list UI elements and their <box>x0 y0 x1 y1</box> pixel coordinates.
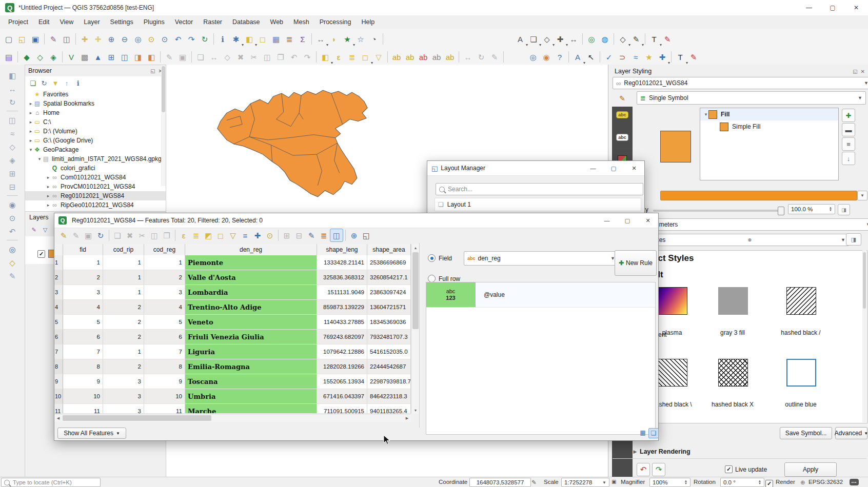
opacity-data-defined-button[interactable]: ◨ <box>838 204 850 215</box>
opacity-value-box[interactable]: 100.0 % ▲▼ <box>788 204 835 214</box>
rotate-point-symbols-icon[interactable]: ◉ <box>6 198 19 211</box>
new-field-icon[interactable]: ⊞ <box>281 229 293 241</box>
select-features-icon[interactable]: ◧▾ <box>243 32 256 46</box>
redo-icon[interactable]: ↷ <box>301 50 314 64</box>
new-rule-button[interactable]: ✚ New Rule <box>615 250 657 276</box>
table-row[interactable]: 1111311Marche711091.5009159401183265.4 <box>54 404 411 413</box>
show-bookmarks-icon[interactable]: ☆ <box>354 32 367 46</box>
add-wms-icon[interactable]: ◨ <box>131 50 145 64</box>
tab-symbology[interactable]: ✎ <box>612 90 633 107</box>
column-header-fid[interactable]: fid <box>63 244 103 255</box>
unit-combo[interactable]: Millimeters ▼ <box>637 218 868 231</box>
new-geopackage-icon[interactable]: ◆ <box>20 50 33 64</box>
add-selected-layers-icon[interactable]: ❏ <box>27 77 38 89</box>
column-header-cod_reg[interactable]: cod_reg <box>144 244 185 255</box>
metasearch-globe-icon[interactable]: ◎ <box>526 50 540 64</box>
add-raster-layer-icon[interactable]: ▩ <box>78 50 91 64</box>
zoom-full-icon[interactable]: ◎ <box>131 32 145 46</box>
dialog-maximize-button[interactable]: ▢ <box>617 213 638 228</box>
deselect-all-rows-icon[interactable]: ◻ <box>214 229 227 241</box>
filter-select-by-form-icon[interactable]: ▽ <box>227 229 239 241</box>
form-view-icon[interactable]: ❏ <box>648 428 659 438</box>
vertex-tool-editor-icon[interactable]: ◇ <box>221 50 234 64</box>
pan-map-icon[interactable]: ✚ <box>78 32 91 46</box>
table-row[interactable]: 4424Trentino-Alto Adige859873.1392291360… <box>54 300 411 315</box>
svg-annotation-icon[interactable]: ✚▾ <box>554 32 567 46</box>
menu-help[interactable]: Help <box>356 16 380 28</box>
symbol-type-combo[interactable]: ≣ Single Symbol ▼ <box>637 91 866 105</box>
menu-raster[interactable]: Raster <box>198 16 227 28</box>
run-feature-action-icon[interactable]: ✱▾ <box>229 32 243 46</box>
zoom-out-icon[interactable]: ⊖ <box>118 32 131 46</box>
project-save-icon[interactable]: ▣ <box>29 32 42 46</box>
split-parts-icon[interactable]: ◈ <box>6 153 19 167</box>
temporal-controller-icon[interactable]: ◔ <box>367 32 381 46</box>
layer-visibility-checkbox[interactable]: ✓ <box>37 250 45 258</box>
menu-mesh[interactable]: Mesh <box>288 16 314 28</box>
table-row[interactable]: 2212Valle d'Aosta325836.3683123260854217… <box>54 270 411 285</box>
menu-layer[interactable]: Layer <box>78 16 105 28</box>
trim-extend-icon[interactable]: ≈ <box>6 127 19 140</box>
expander-icon[interactable]: ▸ <box>46 175 51 180</box>
layer-rendering-section[interactable]: ▶ Layer Rendering <box>633 448 691 455</box>
expander-icon[interactable]: ▾ <box>28 147 33 152</box>
reverse-line-icon[interactable]: ↶ <box>6 225 19 238</box>
menu-view[interactable]: View <box>54 16 78 28</box>
menu-vector[interactable]: Vector <box>170 16 198 28</box>
copy-move-tool-icon[interactable]: ◫ <box>6 113 19 127</box>
project-new-icon[interactable]: ▢ <box>2 32 15 46</box>
delete-features-row-icon[interactable]: ✖ <box>124 229 136 241</box>
pan-to-selection-icon[interactable]: ✚ <box>91 32 105 46</box>
trace-digitize-icon[interactable]: ✎ <box>6 269 19 282</box>
new-virtual-layer-icon[interactable]: ◈ <box>47 50 60 64</box>
statistics-summary-icon[interactable]: Σ <box>296 32 309 46</box>
move-feature-tool-icon[interactable]: ↔ <box>6 82 19 95</box>
style-swatch-hashed-black[interactable] <box>658 359 687 387</box>
add-circle-icon[interactable]: ✚▾ <box>656 50 669 64</box>
browser-properties-icon[interactable]: ℹ <box>72 77 84 89</box>
move-annotation-icon[interactable]: ↔ <box>567 32 580 46</box>
rotation-value-box[interactable]: 0.0 ° ▲▼ <box>720 478 764 487</box>
style-swatch-hashed-black[interactable] <box>786 287 816 315</box>
table-row[interactable]: 6626Friuli Venezia Giulia769243.68209779… <box>54 330 411 344</box>
edit-field-icon[interactable]: ✎ <box>305 229 318 241</box>
advanced-button[interactable]: Advanced ▼ <box>835 427 867 439</box>
table-row[interactable]: 3313Lombardia1511131.904923863097424 <box>54 285 411 300</box>
panel-float-icon[interactable]: ◱ <box>150 68 155 74</box>
style-filter-combo[interactable]: Favorites ⊗ ▼ <box>637 234 849 246</box>
zoom-next-icon[interactable]: ↷ <box>185 32 198 46</box>
move-symbol-layer-down-button[interactable]: ↓ <box>842 152 855 165</box>
cut-row-icon[interactable]: ✂ <box>136 229 148 241</box>
map-tips-icon[interactable]: ◗ <box>327 32 341 46</box>
locator-text-icon[interactable]: A▾ <box>571 50 584 64</box>
move-label-icon[interactable]: ↔ <box>461 50 475 64</box>
refresh-browser-icon[interactable]: ↻ <box>38 77 50 89</box>
browser-item-ripgeo01012021-wgs84[interactable]: ▸∞RipGeo01012021_WGS84 <box>25 200 166 210</box>
remove-symbol-layer-button[interactable]: ▬ <box>842 123 855 136</box>
filter-by-form-icon[interactable]: ▽ <box>372 50 385 64</box>
browser-item-favorites[interactable]: ★Favorites <box>25 90 166 99</box>
apply-button[interactable]: Apply <box>784 462 837 477</box>
color-dropdown-button[interactable]: ▼ <box>857 191 867 200</box>
text-format-icon[interactable]: T▾ <box>647 32 661 46</box>
help-icon[interactable]: ? <box>553 50 566 64</box>
style-browser-scrollbar[interactable] <box>862 250 866 422</box>
field-radio[interactable] <box>428 254 436 262</box>
menu-processing[interactable]: Processing <box>314 16 357 28</box>
spinner-arrows-icon[interactable]: ▲▼ <box>758 480 761 485</box>
full-row-radio[interactable] <box>428 275 436 282</box>
split-features-icon[interactable]: ◇ <box>6 140 19 153</box>
browser-item-g-google-drive[interactable]: ▸▭G:\ (Google Drive) <box>25 136 166 145</box>
toggle-editing-icon[interactable]: ✎ <box>163 50 176 64</box>
shape-digitize-icon[interactable]: ◎ <box>6 242 19 256</box>
expander-icon[interactable]: ▸ <box>46 184 51 189</box>
zoom-to-selected-icon[interactable]: ⊙ <box>264 229 276 241</box>
offset-point-symbols-icon[interactable]: ⊙ <box>6 211 19 225</box>
spinner-arrows-icon[interactable]: ▲▼ <box>829 207 832 212</box>
menu-project[interactable]: Project <box>3 16 33 28</box>
invert-selection-icon[interactable]: ◩ <box>202 229 214 241</box>
layer-labeling-icon[interactable]: ab <box>390 50 403 64</box>
menu-database[interactable]: Database <box>227 16 265 28</box>
refresh-map-icon[interactable]: ↻ <box>198 32 211 46</box>
browser-item-spatial-bookmarks[interactable]: ▸▤Spatial Bookmarks <box>25 99 166 108</box>
